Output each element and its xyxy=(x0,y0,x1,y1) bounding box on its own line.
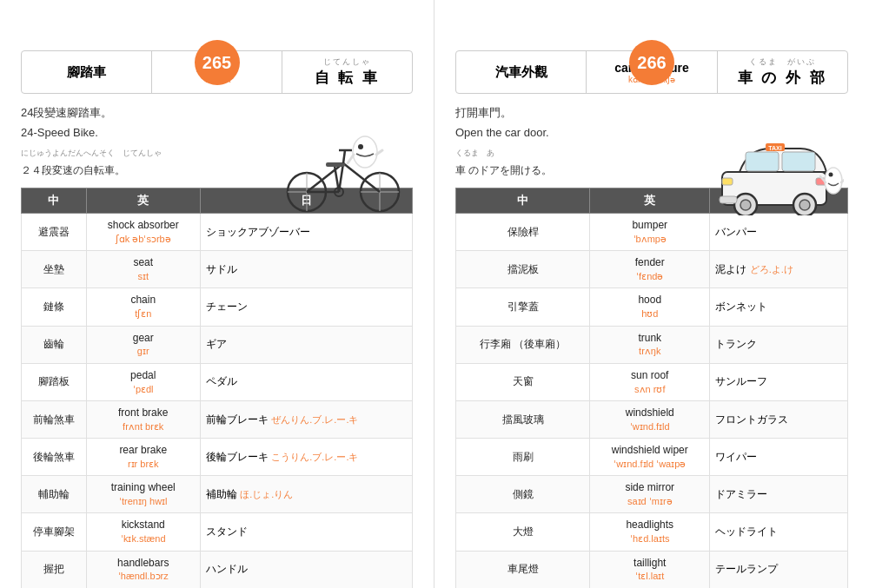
left-cell-jp: 前輪ブレーキ ぜんりん.ブ.レ.ー.キ xyxy=(200,400,412,438)
right-cell-en: fenderˈfɛndə xyxy=(590,251,710,288)
left-cell-zh: 後輪煞車 xyxy=(22,439,87,476)
left-table-row: 腳踏板pedalˈpɛdlペダル xyxy=(22,363,413,400)
right-table-row: 雨刷windshield wiperˈwɪnd.fɪld ˈwaɪpəワイパー xyxy=(456,439,848,476)
left-cell-jp: サドル xyxy=(200,251,412,288)
right-cell-jp: ドアミラー xyxy=(710,476,848,513)
right-table-row: 側鏡side mirrorsaɪd ˈmɪrəドアミラー xyxy=(456,476,848,513)
left-header-zh: 腳踏車 xyxy=(22,51,152,93)
svg-line-17 xyxy=(348,155,354,163)
right-table-row: 車尾燈taillightˈtɛl.laɪtテールランプ xyxy=(456,551,848,588)
right-cell-en: bumperˈbʌmpə xyxy=(590,213,710,250)
left-cell-en: rear brakerɪr brɛk xyxy=(86,439,200,476)
right-cell-zh: 保險桿 xyxy=(456,213,590,250)
svg-point-15 xyxy=(353,136,377,168)
left-table-row: 齒輪geargɪrギア xyxy=(22,326,413,363)
svg-rect-28 xyxy=(720,196,737,203)
left-col-zh: 中 xyxy=(22,188,87,213)
left-cell-zh: 握把 xyxy=(22,551,87,588)
right-cell-zh: 擋泥板 xyxy=(456,251,590,288)
right-cell-en: sun roofsʌn rʊf xyxy=(590,363,710,400)
right-cell-zh: 雨刷 xyxy=(456,439,590,476)
car-illustration: TAXI xyxy=(718,133,844,219)
left-cell-en: front brakefrʌnt brɛk xyxy=(86,400,200,438)
right-cell-jp: サンルーフ xyxy=(710,363,848,400)
left-cell-en: training wheelˈtrenɪŋ hwɪl xyxy=(86,476,200,513)
right-cell-jp: ワイパー xyxy=(710,439,848,476)
svg-point-25 xyxy=(799,200,810,210)
left-cell-en: handlebarsˈhændl.bɔrz xyxy=(86,551,200,588)
left-table-row: 輔助輪training wheelˈtrenɪŋ hwɪl補助輪 ほ.じょ.りん xyxy=(22,476,413,513)
right-cell-en: trunktrʌŋk xyxy=(590,326,710,363)
left-page: 265 腳踏車 bicycle ˈbaɪsɪk じてんしゃ 自 転 車 xyxy=(0,0,434,588)
left-table-row: 握把handlebarsˈhændl.bɔrzハンドル xyxy=(22,551,413,588)
left-cell-zh: 腳踏板 xyxy=(22,363,87,400)
right-cell-jp: ヘッドライト xyxy=(710,513,848,551)
left-cell-en: kickstandˈkɪk.stænd xyxy=(86,513,200,551)
right-cell-zh: 側鏡 xyxy=(456,476,590,513)
right-page-number: 266 xyxy=(629,40,674,85)
right-page: 266 汽車外觀 car structure kɑr ˈstrʌktʃə くるま… xyxy=(434,0,869,588)
right-table-row: 天窗sun roofsʌn rʊfサンルーフ xyxy=(456,363,848,400)
right-cell-zh: 車尾燈 xyxy=(456,551,590,588)
left-cell-jp: 補助輪 ほ.じょ.りん xyxy=(200,476,412,513)
right-cell-jp: 泥よけ どろ.よ.け xyxy=(710,251,848,288)
left-cell-zh: 停車腳架 xyxy=(22,513,87,551)
svg-text:TAXI: TAXI xyxy=(768,145,781,151)
left-cell-jp: ギア xyxy=(200,326,412,363)
svg-line-12 xyxy=(343,150,345,163)
left-cell-jp: ハンドル xyxy=(200,551,412,588)
right-cell-en: windshield wiperˈwɪnd.fɪld ˈwaɪpə xyxy=(590,439,710,476)
right-cell-jp: ボンネット xyxy=(710,288,848,326)
right-header-zh: 汽車外觀 xyxy=(456,51,587,93)
svg-rect-11 xyxy=(326,162,345,167)
right-cell-zh: 大燈 xyxy=(456,513,590,551)
right-cell-en: hoodhʊd xyxy=(590,288,710,326)
left-vocab-table: 中 英 日 避震器shock absorberʃɑk əbˈsɔrbəショックア… xyxy=(21,188,413,588)
left-col-en: 英 xyxy=(86,188,200,213)
right-cell-zh: 天窗 xyxy=(456,363,590,400)
left-cell-zh: 輔助輪 xyxy=(22,476,87,513)
left-cell-en: seatsɪt xyxy=(86,251,200,288)
left-table-row: 停車腳架kickstandˈkɪk.stændスタンド xyxy=(22,513,413,551)
right-col-en: 英 xyxy=(590,188,710,213)
svg-rect-21 xyxy=(782,152,815,171)
svg-point-23 xyxy=(740,200,751,210)
right-desc-zh: 打開車門。 xyxy=(455,102,848,122)
right-cell-jp: テールランプ xyxy=(710,551,848,588)
right-cell-zh: 擋風玻璃 xyxy=(456,400,590,438)
right-col-zh: 中 xyxy=(456,188,590,213)
left-cell-zh: 齒輪 xyxy=(22,326,87,363)
left-cell-jp: チェーン xyxy=(200,288,412,326)
right-cell-en: headlightsˈhɛd.laɪts xyxy=(590,513,710,551)
right-cell-jp: フロントガラス xyxy=(710,400,848,438)
right-table-row: 大燈headlightsˈhɛd.laɪtsヘッドライト xyxy=(456,513,848,551)
right-table-row: 行李廂 （後車廂）trunktrʌŋkトランク xyxy=(456,326,848,363)
left-header-jp: じてんしゃ 自 転 車 xyxy=(282,51,412,93)
left-table-row: 後輪煞車rear brakerɪr brɛk後輪ブレーキ こうりん.ブ.レ.ー.… xyxy=(22,439,413,476)
right-cell-en: side mirrorsaɪd ˈmɪrə xyxy=(590,476,710,513)
left-cell-en: shock absorberʃɑk əbˈsɔrbə xyxy=(86,213,200,250)
right-table-row: 擋泥板fenderˈfɛndə泥よけ どろ.よ.け xyxy=(456,251,848,288)
bicycle-illustration xyxy=(282,133,404,219)
left-desc-zh: 24段變速腳踏車。 xyxy=(21,102,413,122)
left-cell-zh: 前輪煞車 xyxy=(22,400,87,438)
svg-point-16 xyxy=(358,144,363,149)
left-cell-zh: 避震器 xyxy=(22,213,87,250)
right-cell-zh: 行李廂 （後車廂） xyxy=(456,326,590,363)
left-page-number: 265 xyxy=(195,40,240,85)
left-cell-en: pedalˈpɛdl xyxy=(86,363,200,400)
left-cell-jp: スタンド xyxy=(200,513,412,551)
right-cell-en: taillightˈtɛl.laɪt xyxy=(590,551,710,588)
left-cell-zh: 鏈條 xyxy=(22,288,87,326)
right-cell-en: windshieldˈwɪnd.fɪld xyxy=(590,400,710,438)
left-table-row: 鏈條chaintʃɛnチェーン xyxy=(22,288,413,326)
right-cell-zh: 引擎蓋 xyxy=(456,288,590,326)
left-cell-en: chaintʃɛn xyxy=(86,288,200,326)
svg-rect-26 xyxy=(722,178,733,185)
right-table-row: 引擎蓋hoodhʊdボンネット xyxy=(456,288,848,326)
left-cell-en: geargɪr xyxy=(86,326,200,363)
left-cell-jp: ペダル xyxy=(200,363,412,400)
right-header-jp: くるま がいぶ 車 の 外 部 xyxy=(718,51,847,93)
svg-rect-20 xyxy=(746,152,779,171)
right-vocab-table: 中 英 日 保險桿bumperˈbʌmpəバンパー擋泥板fenderˈfɛndə… xyxy=(455,188,848,588)
